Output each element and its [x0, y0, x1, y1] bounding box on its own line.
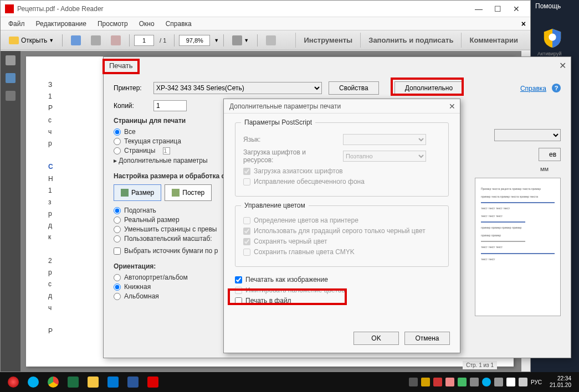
preview-line — [481, 241, 525, 242]
system-tray: РУС 22:34 21.01.20 — [409, 375, 576, 389]
close-button[interactable]: ✕ — [507, 2, 526, 16]
tray-icon[interactable] — [458, 378, 467, 386]
advanced-button[interactable]: Дополнительно — [394, 81, 463, 95]
tray-icon[interactable] — [445, 378, 454, 386]
properties-button[interactable]: Свойства — [329, 81, 379, 95]
security-shield-icon[interactable] — [542, 28, 563, 49]
check-preserve-cmyk: Сохранить главные цвета CMYK — [243, 248, 440, 256]
tray-icon[interactable] — [433, 378, 442, 386]
tray-skype-icon[interactable] — [482, 378, 491, 386]
size-button[interactable]: Размер — [114, 184, 161, 201]
check-simulate-overprint: Имитировать наложение цветов — [235, 286, 449, 294]
menu-window[interactable]: Окно — [134, 19, 160, 29]
check-gray-black: Использовать для градаций серого только … — [243, 227, 440, 235]
printer-select[interactable]: XP-342 343 345 Series(Сеть) — [153, 82, 322, 94]
create-pdf-button[interactable] — [67, 33, 85, 48]
tray-network-icon[interactable] — [519, 378, 527, 386]
explorer-icon[interactable] — [85, 374, 101, 390]
language-indicator[interactable]: РУС — [531, 379, 542, 385]
printer-label: Принтер: — [114, 84, 147, 92]
lang-select — [343, 134, 426, 145]
bookmark-icon[interactable] — [6, 73, 16, 83]
app-icon[interactable] — [105, 374, 121, 390]
chevron-down-icon[interactable]: ▼ — [212, 38, 219, 43]
check-print-to-file[interactable]: Печать в файл — [235, 297, 449, 305]
check-print-as-image[interactable]: Печатать как изображение — [235, 276, 449, 283]
fill-sign-button[interactable]: Заполнить и подписать — [360, 33, 461, 48]
color-legend: Управление цветом — [241, 202, 309, 209]
postscript-fieldset: Параметры PostScript Язык: Загрузка шриф… — [235, 122, 449, 197]
titlebar: Рецепты.pdf - Adobe Reader — ☐ ✕ — [1, 1, 530, 17]
check-printer-color: Определение цветов на принтере — [243, 216, 440, 224]
adobe-reader-icon[interactable] — [145, 374, 161, 390]
print-title-label: Печать — [109, 61, 133, 70]
tools-button[interactable] — [262, 33, 280, 48]
email-icon — [111, 35, 121, 45]
maximize-button[interactable]: ☐ — [488, 2, 507, 16]
chrome-icon[interactable] — [45, 374, 62, 390]
copies-input[interactable] — [153, 100, 187, 111]
page-number-input[interactable] — [134, 35, 154, 46]
createpdf-icon — [71, 35, 81, 45]
tray-icon[interactable] — [494, 378, 503, 386]
open-label: Открыть — [21, 37, 47, 44]
separator — [257, 34, 258, 47]
color-fieldset: Управление цветом Определение цветов на … — [235, 205, 449, 267]
excel-icon[interactable] — [65, 374, 81, 390]
fontload-label: Загрузка шрифтов и ресурсов: — [243, 148, 337, 164]
close-icon[interactable]: ✕ — [449, 102, 455, 111]
menu-view[interactable]: Просмотр — [92, 19, 134, 29]
page-total: / 1 — [160, 37, 166, 44]
email-button[interactable] — [107, 33, 125, 48]
ok-button[interactable]: OK — [353, 332, 399, 345]
lang-label: Язык: — [243, 136, 337, 143]
fontload-select: Поэтапно — [343, 151, 426, 162]
opera-icon[interactable] — [5, 374, 22, 390]
window-title: Рецепты.pdf - Adobe Reader — [17, 5, 469, 13]
print-button[interactable] — [87, 33, 105, 48]
open-button[interactable]: Открыть ▼ — [5, 34, 58, 47]
adv-dialog-title: Дополнительные параметры печати ✕ — [224, 99, 460, 114]
page-range-input[interactable] — [163, 147, 170, 154]
word-icon[interactable] — [125, 374, 141, 390]
skype-icon[interactable] — [25, 374, 42, 390]
thumbnails-icon[interactable] — [6, 55, 16, 65]
poster-icon — [172, 189, 180, 197]
minimize-button[interactable]: — — [469, 2, 488, 16]
chevron-down-icon: ▼ — [242, 38, 249, 43]
poster-button[interactable]: Постер — [165, 184, 212, 201]
taskbar: РУС 22:34 21.01.20 — [0, 372, 579, 392]
activate-text: Активируй — [537, 51, 561, 56]
menu-file[interactable]: Файл — [3, 19, 30, 29]
menubar-close-icon[interactable]: × — [521, 19, 526, 28]
printer-icon — [91, 35, 101, 45]
tray-volume-icon[interactable] — [506, 378, 515, 386]
os-panel: Помощь Активируй — [531, 0, 579, 372]
check-bleached-bg: Исправление обесцвеченного фона — [243, 178, 440, 185]
separator — [174, 34, 175, 47]
fit-page-button[interactable]: ▼ — [228, 33, 253, 48]
separator — [62, 34, 63, 47]
menu-edit[interactable]: Редактирование — [30, 19, 92, 29]
toolbar: Открыть ▼ / 1 ▼ ▼ Инструменты Заполнить … — [1, 30, 530, 50]
folder-icon — [9, 37, 19, 44]
taskbar-clock[interactable]: 22:34 21.01.20 — [550, 375, 571, 389]
check-asian-fonts: Загрузка азиатских шрифтов — [243, 167, 440, 175]
tray-chevron-icon[interactable] — [409, 378, 418, 386]
separator — [129, 34, 130, 47]
pdf-icon — [5, 4, 14, 13]
attachments-icon[interactable] — [6, 91, 16, 101]
cancel-button[interactable]: Отмена — [404, 332, 450, 345]
tray-icon[interactable] — [421, 378, 430, 386]
menu-help[interactable]: Справка — [160, 19, 197, 29]
zoom-input[interactable] — [179, 35, 210, 46]
advanced-print-dialog: Дополнительные параметры печати ✕ Параме… — [223, 99, 460, 353]
tray-icon[interactable] — [470, 378, 479, 386]
comments-button[interactable]: Комментарии — [461, 33, 526, 48]
check-preserve-black: Сохранять черный цвет — [243, 238, 440, 245]
os-help-link[interactable]: Помощь — [531, 0, 579, 12]
instruments-button[interactable]: Инструменты — [295, 33, 360, 48]
copies-label: Копий: — [114, 102, 147, 110]
separator — [223, 34, 224, 47]
fit-icon — [232, 35, 242, 45]
